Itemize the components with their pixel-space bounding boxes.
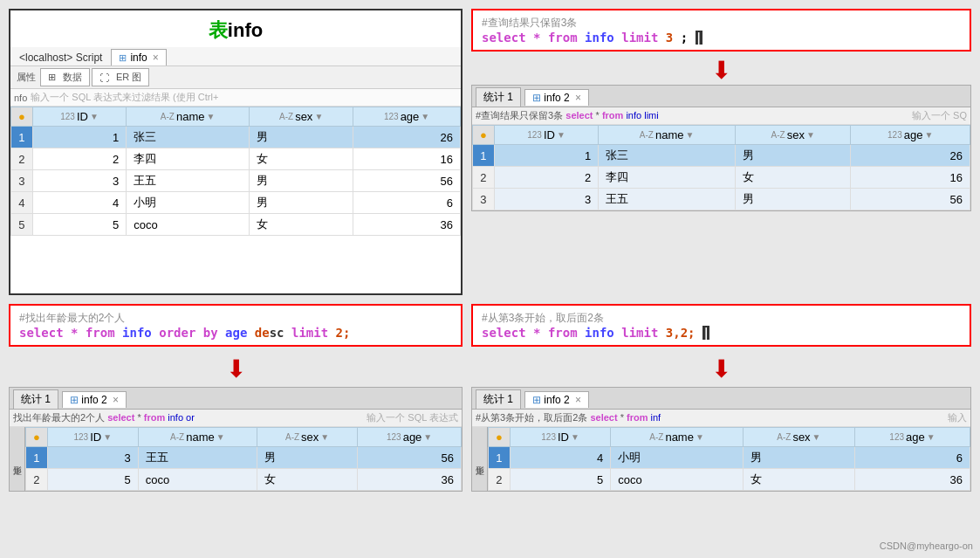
row-indicator: 3 — [473, 189, 495, 210]
cell-age: 26 — [851, 145, 970, 167]
cell-name: 李四 — [599, 167, 736, 189]
bl-from: from — [86, 326, 115, 340]
bl-sql-box: #找出年龄最大的2个人 select * from info order by … — [9, 304, 463, 347]
cell-id: 5 — [47, 469, 138, 491]
cell-age: 16 — [851, 167, 970, 189]
bl-stats-tab[interactable]: 统计 1 — [13, 389, 58, 409]
br-table-wrapper: 矩形 ● 123 ID ▼ — [472, 427, 970, 491]
bl-info2-close[interactable]: × — [113, 394, 119, 406]
bl-result-tabs: 统计 1 ⊞ info 2 × — [10, 388, 462, 410]
top-sql-comment: #查询结果只保留3条 — [482, 16, 961, 31]
th-id[interactable]: 123 ID ▼ — [32, 107, 126, 127]
bl-age: age — [225, 326, 247, 340]
br-nums: 3,2; — [666, 326, 696, 340]
age-sort[interactable]: ▼ — [421, 112, 429, 121]
semicolon: ; — [681, 31, 688, 45]
table-name: info — [585, 31, 614, 45]
top-query-bar: #查询结果只保留3条 select * from info limi 输入一个 … — [472, 107, 970, 125]
tr-th-sex[interactable]: A-Z sex ▼ — [735, 126, 850, 145]
br-table: info — [585, 326, 614, 340]
path-label: <localhost> Script — [14, 50, 107, 65]
tr-th-id[interactable]: 123 ID ▼ — [494, 126, 598, 145]
id-type: 123 — [60, 112, 75, 121]
br-info2-label: info 2 — [544, 394, 569, 406]
br-from: from — [548, 326, 578, 340]
data-btn[interactable]: ⊞ 数据 — [40, 68, 90, 86]
select-kw: select — [482, 31, 526, 45]
name-col-label: name — [176, 110, 205, 123]
watermark: CSDN@myheargo-on — [880, 541, 973, 551]
br-sql-box: #从第3条开始，取后面2条 select * from info limit 3… — [471, 304, 971, 347]
cell-name: 张三 — [599, 145, 736, 167]
top-info2-tab[interactable]: ⊞ info 2 × — [524, 89, 589, 106]
name-sort[interactable]: ▼ — [207, 112, 216, 121]
row-indicator: 5 — [11, 214, 33, 236]
th-name[interactable]: A-Z name ▼ — [127, 107, 250, 127]
cell-name: 王五 — [599, 189, 736, 210]
th-age[interactable]: 123 age ▼ — [353, 107, 461, 127]
limit-num: 3 — [666, 31, 673, 45]
cell-name: 张三 — [127, 127, 250, 148]
tab-close[interactable]: × — [153, 52, 159, 64]
arrow-down-br: ⬇ — [471, 357, 971, 382]
cell-id: 3 — [47, 447, 138, 469]
attr-label: 属性 — [14, 70, 38, 85]
cell-sex: 女 — [257, 469, 358, 491]
er-btn[interactable]: ⛶ ER 图 — [92, 68, 149, 86]
main-data-table: ● 123 ID ▼ A-Z name ▼ — [10, 107, 461, 236]
br-info2-close[interactable]: × — [575, 394, 581, 406]
bl-desc: de — [255, 326, 270, 340]
bl-sc: sc — [270, 326, 284, 340]
br-query-bar: #从第3条开始，取后面2条 select * from inf 输入 — [472, 410, 970, 427]
cell-age: 26 — [353, 127, 461, 148]
br-info2-tab[interactable]: ⊞ info 2 × — [524, 391, 589, 408]
row-indicator: 3 — [11, 170, 33, 192]
top-info2-close[interactable]: × — [575, 92, 581, 104]
tr-th-name[interactable]: A-Z name ▼ — [599, 126, 736, 145]
bl-filter: 输入一个 SQL 表达式 — [367, 411, 458, 424]
tr-th-age[interactable]: 123 age ▼ — [851, 126, 970, 145]
br-star: * — [533, 326, 540, 340]
sex-type: A-Z — [279, 112, 293, 121]
info-tab[interactable]: ⊞ info × — [111, 49, 166, 65]
cell-name: 小明 — [127, 192, 250, 214]
er-label: ER 图 — [113, 70, 144, 85]
cell-sex: 女 — [735, 167, 850, 189]
cell-id: 4 — [32, 192, 126, 214]
top-result-tabs: 统计 1 ⊞ info 2 × — [472, 86, 970, 107]
cell-sex: 女 — [743, 469, 854, 491]
age-col-label: age — [401, 110, 420, 123]
bl-table: info — [122, 326, 152, 340]
br-stats-tab[interactable]: 统计 1 — [476, 389, 521, 409]
bl-order: order — [159, 326, 195, 340]
cell-name: 李四 — [127, 148, 250, 170]
er-icon: ⛶ — [97, 72, 112, 84]
bottom-right-panel: #从第3条开始，取后面2条 select * from info limit 3… — [471, 304, 971, 549]
cell-id: 5 — [510, 469, 610, 491]
top-info2-icon: ⊞ — [532, 92, 541, 104]
cell-age: 36 — [353, 214, 461, 236]
row-indicator: 2 — [11, 148, 33, 170]
cell-age: 6 — [854, 447, 970, 469]
sex-sort[interactable]: ▼ — [314, 112, 323, 121]
top-sql-code: select * from info limit 3 ; | — [482, 31, 961, 45]
name-type: A-Z — [161, 112, 175, 121]
id-sort[interactable]: ▼ — [90, 112, 99, 121]
br-filter: 输入 — [948, 411, 967, 424]
top-info2-label: info 2 — [544, 92, 569, 104]
top-stats-tab[interactable]: 统计 1 — [476, 87, 521, 107]
cell-name: 王五 — [138, 447, 257, 469]
top-right-panel: #查询结果只保留3条 select * from info limit 3 ; … — [471, 9, 971, 295]
top-stats-label: 统计 1 — [483, 91, 513, 103]
th-sex[interactable]: A-Z sex ▼ — [250, 107, 353, 127]
cell-sex: 女 — [250, 214, 353, 236]
row-indicator: 1 — [473, 145, 495, 167]
id-col-label: ID — [77, 110, 88, 123]
cell-sex: 女 — [250, 148, 353, 170]
cell-id: 2 — [32, 148, 126, 170]
cell-age: 56 — [358, 447, 462, 469]
top-qb-filter: 输入一个 SQ — [912, 109, 967, 122]
row-indicator: 1 — [11, 127, 33, 148]
bl-info2-tab[interactable]: ⊞ info 2 × — [62, 391, 127, 408]
cell-age: 56 — [851, 189, 970, 210]
